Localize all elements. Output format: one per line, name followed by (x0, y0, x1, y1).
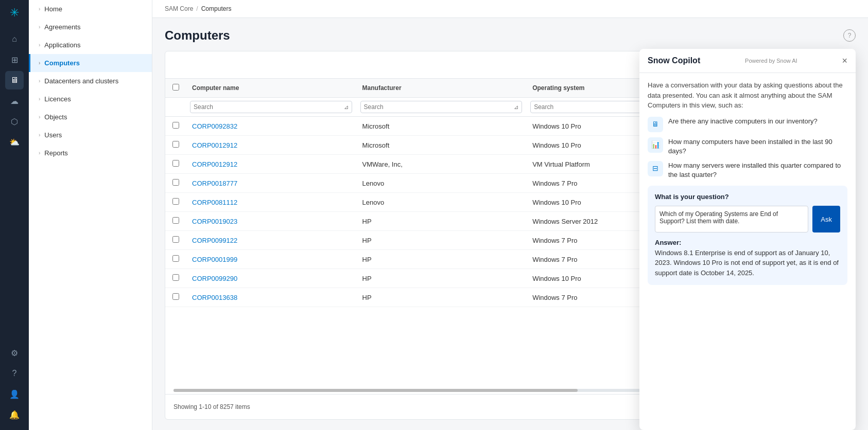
search-computer-name-wrap: ⊿ (190, 101, 352, 113)
suggestion-text-1: Are there any inactive computers in our … (668, 117, 818, 126)
sidebar-item-label: Home (44, 5, 144, 13)
chevron-icon: › (39, 96, 40, 102)
sidebar-item-licences[interactable]: › Licences (29, 90, 152, 108)
row-checkbox-cell (165, 155, 186, 174)
computer-link[interactable]: CORP0012912 (192, 141, 237, 149)
search-checkbox-cell (165, 98, 186, 117)
filter-manufacturer-icon[interactable]: ⊿ (514, 104, 518, 111)
row-checkbox[interactable] (172, 198, 179, 205)
sidebar-item-label: Datacenters and clusters (44, 77, 144, 85)
sidebar-item-label: Computers (44, 59, 144, 67)
suggestion-text-2: How many computers have been installed i… (668, 137, 847, 156)
row-manufacturer: VMWare, Inc, (356, 155, 527, 174)
row-computer-name: CORP0012912 (186, 155, 356, 174)
row-checkbox-cell (165, 193, 186, 212)
filter-computer-name-icon[interactable]: ⊿ (344, 104, 349, 111)
copilot-qa-box: What is your question? Which of my Opera… (648, 186, 847, 285)
copilot-intro: Have a conversation with your data by as… (648, 80, 847, 111)
breadcrumb-current: Computers (201, 5, 232, 12)
rail-cloud-icon[interactable]: ☁ (5, 92, 24, 110)
row-manufacturer: Microsoft (356, 136, 527, 155)
computer-link[interactable]: CORP0013638 (192, 294, 237, 301)
row-checkbox-cell (165, 250, 186, 269)
row-checkbox[interactable] (172, 293, 179, 300)
qa-answer-text: Windows 8.1 Enterprise is end of support… (655, 249, 839, 277)
suggestion-chart-icon: 📊 (648, 137, 663, 153)
row-checkbox-cell (165, 136, 186, 155)
sidebar-item-agreements[interactable]: › Agreements (29, 18, 152, 36)
rail-grid-icon[interactable]: ⊞ (5, 50, 24, 69)
row-checkbox[interactable] (172, 179, 179, 186)
search-manufacturer-input[interactable] (364, 103, 512, 111)
search-manufacturer-cell: ⊿ (356, 98, 527, 117)
qa-ask-button[interactable]: Ask (812, 206, 840, 232)
row-checkbox[interactable] (172, 160, 179, 167)
suggestion-table-icon: ⊟ (648, 161, 663, 176)
row-checkbox-cell (165, 288, 186, 307)
row-checkbox[interactable] (172, 274, 179, 281)
row-computer-name: CORP0012912 (186, 136, 356, 155)
copilot-header: Snow Copilot Powered by Snow AI × (639, 49, 856, 73)
page-title: Computers (165, 28, 230, 43)
row-manufacturer: HP (356, 269, 527, 288)
app-logo: ✳ (10, 6, 19, 20)
row-checkbox-cell (165, 212, 186, 231)
row-checkbox[interactable] (172, 141, 179, 148)
scrollbar-thumb (173, 389, 578, 392)
select-all-checkbox[interactable] (172, 84, 179, 91)
icon-rail: ✳ ⌂ ⊞ 🖥 ☁ ⬡ ⛅ ⚙ ? 👤 🔔 (0, 0, 29, 430)
search-computer-name-input[interactable] (194, 103, 342, 111)
breadcrumb-separator: / (196, 5, 198, 12)
row-computer-name: CORP0092832 (186, 117, 356, 136)
sidebar-item-home[interactable]: › Home (29, 0, 152, 18)
rail-computer-icon[interactable]: 🖥 (5, 71, 24, 89)
sidebar-item-datacenters[interactable]: › Datacenters and clusters (29, 72, 152, 90)
copilot-suggestions: 🖥 Are there any inactive computers in ou… (648, 117, 847, 180)
sidebar-item-label: Applications (44, 41, 144, 49)
computer-link[interactable]: CORP0018777 (192, 180, 237, 187)
row-checkbox[interactable] (172, 217, 179, 224)
sidebar-item-label: Licences (44, 95, 144, 103)
qa-answer-label: Answer: (655, 239, 681, 246)
sidebar-item-objects[interactable]: › Objects (29, 108, 152, 126)
computer-link[interactable]: CORP0099290 (192, 275, 237, 282)
qa-textarea[interactable]: Which of my Operating Systems are End of… (655, 206, 808, 232)
computer-link[interactable]: CORP0099122 (192, 237, 237, 244)
help-icon[interactable]: ? (843, 29, 856, 42)
rail-settings-icon[interactable]: ⚙ (5, 344, 24, 362)
rail-user-icon[interactable]: 👤 (5, 385, 24, 403)
checkbox-header (165, 79, 186, 98)
computer-link[interactable]: CORP0019023 (192, 218, 237, 225)
copilot-suggestion-2[interactable]: 📊 How many computers have been installed… (648, 137, 847, 156)
breadcrumb-parent[interactable]: SAM Core (165, 5, 193, 12)
col-manufacturer: Manufacturer (356, 79, 527, 98)
row-manufacturer: HP (356, 250, 527, 269)
rail-cloud2-icon[interactable]: ⛅ (5, 133, 24, 151)
copilot-suggestion-1[interactable]: 🖥 Are there any inactive computers in ou… (648, 117, 847, 132)
sidebar-item-computers[interactable]: › Computers (29, 54, 152, 72)
page-header: Computers ? (165, 28, 856, 43)
sidebar-item-applications[interactable]: › Applications (29, 36, 152, 54)
row-manufacturer: Microsoft (356, 117, 527, 136)
row-computer-name: CORP0099290 (186, 269, 356, 288)
rail-network-icon[interactable]: ⬡ (5, 112, 24, 131)
rail-bell-icon[interactable]: 🔔 (5, 405, 24, 424)
row-checkbox[interactable] (172, 236, 179, 243)
computer-link[interactable]: CORP0092832 (192, 122, 237, 130)
computer-link[interactable]: CORP0001999 (192, 256, 237, 263)
computer-link[interactable]: CORP0081112 (192, 199, 237, 206)
row-manufacturer: HP (356, 231, 527, 250)
rail-help-icon[interactable]: ? (5, 364, 24, 383)
row-manufacturer: HP (356, 212, 527, 231)
row-checkbox[interactable] (172, 255, 179, 262)
sidebar-item-reports[interactable]: › Reports (29, 144, 152, 162)
page-content: Computers ? Actions ▾ Columns ▾ (152, 18, 868, 430)
sidebar-item-label: Objects (44, 113, 144, 121)
sidebar: › Home › Agreements › Applications › Com… (29, 0, 152, 430)
computer-link[interactable]: CORP0012912 (192, 160, 237, 168)
copilot-close-button[interactable]: × (842, 56, 847, 65)
sidebar-item-users[interactable]: › Users (29, 126, 152, 144)
row-checkbox[interactable] (172, 122, 179, 129)
copilot-suggestion-3[interactable]: ⊟ How many servers were installed this q… (648, 161, 847, 180)
rail-home-icon[interactable]: ⌂ (5, 30, 24, 48)
